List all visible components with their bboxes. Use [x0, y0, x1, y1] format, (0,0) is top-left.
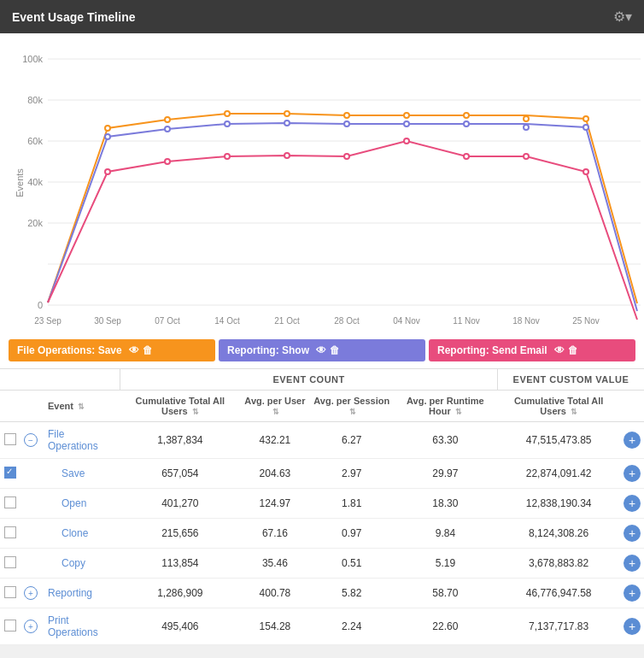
add-button[interactable]: + — [624, 618, 641, 635]
trash-icon-save[interactable]: 🗑 — [143, 344, 153, 356]
checkbox[interactable] — [4, 496, 16, 508]
sort-avg-session-icon[interactable]: ⇅ — [349, 408, 356, 416]
add-cell[interactable]: + — [620, 489, 644, 519]
row-expand-cell[interactable]: + — [20, 579, 41, 608]
svg-point-17 — [344, 113, 349, 118]
cell-avg_runtime: 18.30 — [393, 489, 497, 519]
add-button[interactable]: + — [624, 555, 641, 572]
cell-avg_session: 6.27 — [310, 422, 393, 459]
cell-avg_session: 0.51 — [310, 549, 393, 579]
checkbox[interactable] — [4, 467, 16, 479]
cell-avg_runtime: 5.19 — [393, 549, 497, 579]
row-expand-cell[interactable] — [20, 519, 41, 549]
cell-avg_session: 2.24 — [310, 608, 393, 645]
legend-row: File Operations: Save 👁 🗑 Reporting: Sho… — [0, 332, 644, 368]
legend-show[interactable]: Reporting: Show 👁 🗑 — [219, 339, 425, 361]
svg-text:21 Oct: 21 Oct — [274, 316, 300, 326]
svg-point-26 — [344, 121, 349, 126]
table-row: Save657,054204.632.9729.9722,874,091.42+ — [0, 459, 644, 489]
y-axis-label: Events — [15, 168, 25, 197]
svg-point-22 — [105, 134, 110, 139]
add-button[interactable]: + — [624, 525, 641, 542]
svg-text:04 Nov: 04 Nov — [393, 316, 420, 326]
row-checkbox-cell[interactable] — [0, 519, 20, 549]
add-button[interactable]: + — [624, 465, 641, 482]
row-checkbox-cell[interactable] — [0, 459, 20, 489]
checkbox[interactable] — [4, 556, 16, 568]
legend-email-label: Reporting: Send Email — [437, 344, 547, 356]
trash-icon-show[interactable]: 🗑 — [330, 344, 340, 356]
eye-icon-show[interactable]: 👁 — [316, 344, 326, 356]
data-table: EVENT COUNT EVENT CUSTOM VALUE Event ⇅ C… — [0, 368, 644, 645]
row-checkbox-cell[interactable] — [0, 489, 20, 519]
svg-text:28 Oct: 28 Oct — [334, 316, 360, 326]
row-expand-cell[interactable] — [20, 459, 41, 489]
svg-point-30 — [583, 125, 588, 130]
event-name[interactable]: Print Operations — [41, 608, 120, 645]
cell-avg_user: 400.78 — [240, 579, 310, 608]
col-avg-user-header: Avg. per User ⇅ — [240, 391, 310, 422]
cell-cumulative: 113,854 — [120, 549, 240, 579]
add-cell[interactable]: + — [620, 549, 644, 579]
svg-text:100k: 100k — [22, 54, 43, 64]
sort-event-icon[interactable]: ⇅ — [78, 402, 85, 411]
trash-icon-email[interactable]: 🗑 — [568, 344, 578, 356]
add-cell[interactable]: + — [620, 519, 644, 549]
table-row: Open401,270124.971.8118.3012,838,190.34+ — [0, 489, 644, 519]
sort-avg-runtime-icon[interactable]: ⇅ — [455, 408, 462, 416]
add-cell[interactable]: + — [620, 579, 644, 608]
row-checkbox-cell[interactable] — [0, 549, 20, 579]
row-checkbox-cell[interactable] — [0, 579, 20, 608]
row-expand-cell[interactable]: − — [20, 422, 41, 459]
row-checkbox-cell[interactable] — [0, 608, 20, 645]
add-button[interactable]: + — [624, 495, 641, 512]
eye-icon-save[interactable]: 👁 — [129, 344, 139, 356]
cell-cumulative: 1,286,909 — [120, 579, 240, 608]
event-name[interactable]: Copy — [41, 549, 120, 579]
cell-avg_user: 204.63 — [240, 459, 310, 489]
table-row: +Print Operations495,406154.282.2422.607… — [0, 608, 644, 645]
checkbox[interactable] — [4, 620, 16, 632]
add-button[interactable]: + — [624, 432, 641, 449]
event-custom-header: EVENT CUSTOM VALUE — [497, 369, 644, 391]
sort-avg-user-icon[interactable]: ⇅ — [272, 408, 279, 416]
svg-text:80k: 80k — [27, 95, 43, 105]
collapse-button[interactable]: − — [24, 433, 38, 447]
row-expand-cell[interactable] — [20, 489, 41, 519]
settings-icon[interactable]: ⚙▾ — [613, 9, 632, 25]
sort-cumulative2-icon[interactable]: ⇅ — [571, 408, 577, 416]
add-button[interactable]: + — [624, 585, 641, 602]
row-expand-cell[interactable] — [20, 549, 41, 579]
cell-cumulative: 495,406 — [120, 608, 240, 645]
add-cell[interactable]: + — [620, 422, 644, 459]
line-chart: 100k 80k 60k 40k 20k 0 — [9, 42, 644, 332]
expand-button[interactable]: + — [24, 620, 38, 633]
legend-email[interactable]: Reporting: Send Email 👁 🗑 — [429, 339, 635, 361]
svg-text:25 Nov: 25 Nov — [572, 316, 600, 326]
legend-save[interactable]: File Operations: Save 👁 🗑 — [9, 339, 215, 361]
checkbox[interactable] — [4, 586, 16, 598]
svg-text:18 Nov: 18 Nov — [512, 316, 540, 326]
svg-point-28 — [464, 121, 469, 126]
svg-text:40k: 40k — [27, 177, 43, 187]
checkbox[interactable] — [4, 526, 16, 538]
event-name[interactable]: Clone — [41, 519, 120, 549]
expand-button[interactable]: + — [24, 586, 38, 600]
table-row: −File Operations1,387,834432.216.2763.30… — [0, 422, 644, 459]
cell-custom_cumulative: 3,678,883.82 — [497, 549, 620, 579]
sort-cumulative-icon[interactable]: ⇅ — [192, 408, 199, 416]
svg-point-34 — [284, 153, 290, 158]
add-cell[interactable]: + — [620, 459, 644, 489]
cell-cumulative: 657,054 — [120, 459, 240, 489]
legend-save-label: File Operations: Save — [17, 344, 122, 356]
event-name[interactable]: File Operations — [41, 422, 120, 459]
event-name[interactable]: Open — [41, 489, 120, 519]
row-expand-cell[interactable]: + — [20, 608, 41, 645]
eye-icon-email[interactable]: 👁 — [554, 344, 565, 356]
checkbox[interactable] — [4, 433, 16, 445]
event-name[interactable]: Reporting — [41, 579, 120, 608]
cell-avg_runtime: 9.84 — [393, 519, 497, 549]
event-name[interactable]: Save — [41, 459, 120, 489]
add-cell[interactable]: + — [620, 608, 644, 645]
row-checkbox-cell[interactable] — [0, 422, 20, 459]
